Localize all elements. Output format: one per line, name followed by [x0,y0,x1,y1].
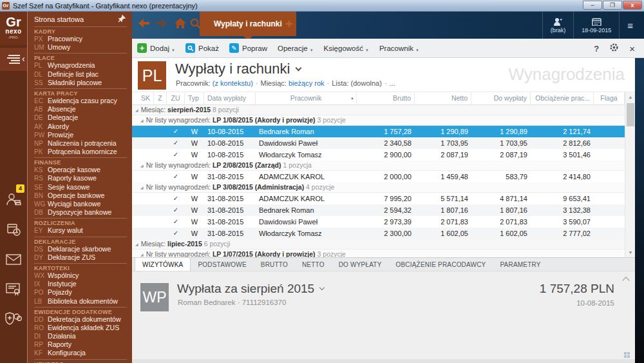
sidebar-item-np[interactable]: NPNaliczenia i potrącenia [34,139,132,148]
column-header-brutto[interactable]: Brutto [357,92,415,104]
tab-wyplaty-i-rachunki[interactable]: Wypłaty i rachunki [200,12,296,36]
tab-parametry[interactable]: PARAMETRY [493,258,547,271]
toolbar-pracownik-button[interactable]: Pracownik▼ [379,44,419,52]
sidebar-item-lb[interactable]: LBBiblioteka dokumentów [34,297,132,306]
table-row-w-odarczyk-tomasz[interactable]: ✓W10-08-2015Włodarczyk Tomasz2 900,002 0… [132,149,625,161]
sidebar-item-db[interactable]: DBDyspozycje bankowe [34,208,132,217]
group-row[interactable]: ◢Miesiąc: sierpień-2015 8 pozycji [132,105,625,115]
filter-value-z-kontekstu[interactable]: (z kontekstu) [213,79,253,87]
current-date-button[interactable]: 18-09-2015 [573,12,619,39]
subgroup-row[interactable]: ◢Nr listy wynagrodzeń: LP 1/07/2015 (Ako… [132,250,625,257]
sidebar-item-pk[interactable]: PKPotrącenia komornicze [34,148,132,156]
sidebar-item-de[interactable]: DEDelegacje [34,113,132,122]
scroll-up-icon[interactable]: ▲ [625,92,636,102]
filter-value-bie-cy-rok[interactable]: bieżący rok [289,79,325,87]
column-header-netto[interactable]: Netto [415,92,471,104]
sidebar-item-ds[interactable]: DSDeklaracje skarbowe [34,245,132,253]
column-header-flaga[interactable]: Flaga [594,92,625,104]
sidebar-item-kf[interactable]: KFKonfiguracja [34,349,132,357]
subgroup-row[interactable]: ◢Nr listy wynagrodzeń: LP 1/08/2015 (Ako… [132,115,625,126]
tab-netto[interactable]: NETTO [295,258,332,271]
tab-obci-enie-pracodawcy[interactable]: OBCIĄŻENIE PRACODAWCY [389,258,493,271]
table-row-dawidowski-pawe[interactable]: ✓W10-08-2015Dawidowski Paweł2 340,581 70… [132,137,625,149]
restore-button[interactable]: ❐ [603,1,622,10]
pin-icon[interactable] [118,15,126,25]
close-window-button[interactable]: x [623,1,642,10]
collapse-triangle-icon[interactable]: ◢ [140,253,144,257]
table-row-dawidowski-pawe[interactable]: ✓W31-08-2015Dawidowski Paweł2 973,392 07… [132,216,625,228]
collapse-panel-icon[interactable] [622,277,629,284]
toolbar-dodaj-button[interactable]: +Dodaj▼ [137,43,175,53]
sidebar-item-bn[interactable]: BNOperacje bankowe [34,191,132,200]
sidebar-item-se[interactable]: SESesje kasowe [34,183,132,191]
sidebar-item-ec[interactable]: ECEwidencja czasu pracy [34,97,132,105]
sidebar-item-ix[interactable]: IXInstytucje [34,280,132,288]
documents-shortcut-button[interactable] [0,275,27,303]
column-header-do-wyp-aty[interactable]: Do wypłaty [471,92,531,104]
detail-title[interactable]: Wypłata za sierpień 2015 [177,282,324,296]
page-title[interactable]: Wypłaty i rachunki [175,61,301,77]
column-header-z[interactable]: Z [154,92,167,104]
toolbar-ksi-gowo-button[interactable]: Księgowość▼ [324,44,369,52]
table-row-bednarek-roman[interactable]: ✓W10-08-2015Bednarek Roman1 757,281 290,… [132,126,625,137]
app-menu-button[interactable]: ≡ [619,12,641,39]
tab-brutto[interactable]: BRUTTO [254,258,295,271]
collapse-triangle-icon[interactable]: ◢ [140,164,144,168]
sidebar-item-wg[interactable]: WGWyciągi bankowe [34,200,132,208]
table-row-w-odarczyk-tomasz[interactable]: ✓W31-08-2015Włodarczyk Tomasz2 300,001 6… [132,228,625,239]
toolbar-poka-button[interactable]: Pokaż [185,43,219,53]
sidebar-item-ss[interactable]: SSSkładniki płacowe [34,79,132,87]
group-row[interactable]: ◢Miesiąc: lipiec-2015 6 pozycji [132,239,625,250]
sidebar-item-pw[interactable]: PWProwizje [34,131,132,139]
column-header-data-wyp-aty[interactable]: Data wypłaty [204,92,256,104]
sidebar-item-home[interactable]: Strona startowa [34,14,132,25]
toolbar-operacje-button[interactable]: Operacje▼ [278,44,314,52]
settings-button[interactable] [609,43,619,55]
sidebar-item-dd[interactable]: DDDekretacja dokumentów [34,315,132,324]
current-user-button[interactable]: (brak) [542,12,574,39]
column-header-obci-enie-prac[interactable]: Obciążenie prac... [531,92,594,104]
module-menu-button[interactable]: ‹ [0,48,27,71]
sidebar-item-ey[interactable]: EYKursy walut [34,226,132,235]
sidebar-item-dy[interactable]: DYDeklaracje ZUS [34,253,132,262]
table-row-bednarek-roman[interactable]: ✓W31-08-2015Bednarek Roman2 594,321 807,… [132,204,625,216]
sidebar-item-wx[interactable]: WXWspólnicy [34,271,132,280]
tab-wizyt-wka[interactable]: WIZYTÓWKA [135,258,191,271]
sidebar-item-dl[interactable]: DLDefinicje list płac [34,70,132,79]
toolbar-popraw-button[interactable]: ✎Popraw [229,43,267,53]
help-button[interactable]: ? [594,44,599,54]
subgroup-row[interactable]: ◢Nr listy wynagrodzeń: LP 2/08/2015 (Zar… [132,161,625,171]
close-view-button[interactable]: × [629,43,635,54]
calendar-shortcut-button[interactable] [0,215,27,244]
forward-button[interactable] [155,19,167,28]
collapse-triangle-icon[interactable]: ◢ [135,108,138,112]
column-header-zu[interactable]: ZU [167,92,185,104]
employees-shortcut-button[interactable]: 4 [0,186,27,214]
sidebar-item-ks[interactable]: KSOperacje kasowe [34,166,132,174]
collapse-triangle-icon[interactable]: ◢ [140,186,144,190]
insurance-shortcut-button[interactable] [0,304,27,333]
table-scrollbar[interactable]: ▲ ▼ [625,92,635,257]
sidebar-item-rp[interactable]: RPRaporty [34,340,132,349]
messages-shortcut-button[interactable] [0,245,27,273]
sidebar-item-ab[interactable]: ABAbsencje [34,105,132,113]
new-tab-button[interactable]: + [285,17,293,30]
sidebar-item-pl[interactable]: PLWynagrodzenia [34,61,132,70]
sidebar-item-po[interactable]: POPojazdy [34,288,132,297]
sidebar-item-ro[interactable]: ROEwidencja składek ZUS [34,324,132,332]
tab-do-wyp-aty[interactable]: DO WYPŁATY [332,258,389,271]
tab-podstawowe[interactable]: PODSTAWOWE [191,258,253,271]
scroll-down-icon[interactable]: ▼ [625,248,636,257]
subgroup-row[interactable]: ◢Nr listy wynagrodzeń: LP 3/08/2015 (Adm… [132,182,625,193]
column-header-sk[interactable]: SK [132,92,154,104]
window-titlebar[interactable]: Gr Szef Szef na Gratyfikant - Gratyfikan… [0,0,644,12]
column-header-typ[interactable]: Typ [185,92,204,104]
sidebar-item-ak[interactable]: AKAkordy [34,123,132,131]
collapse-triangle-icon[interactable]: ◢ [135,242,138,246]
minimize-button[interactable]: – [583,1,602,10]
sidebar-item-um[interactable]: UMUmowy [34,43,132,52]
column-header-pracownik[interactable]: Pracownik▲ [256,92,357,104]
table-row-adamczuk-karol[interactable]: ✓W31-08-2015ADAMCZUK KAROL7 995,205 571,… [132,193,625,204]
scrollbar-thumb[interactable] [627,103,634,126]
back-button[interactable] [138,19,150,28]
